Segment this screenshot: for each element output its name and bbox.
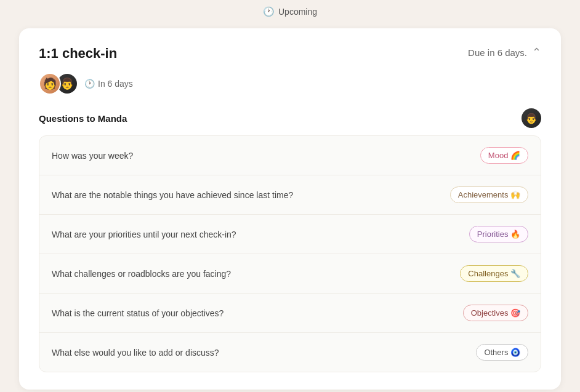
question-text: What are the notable things you have ach… [52,190,450,200]
question-row[interactable]: What are your priorities until your next… [39,215,541,254]
question-text: What challenges or roadblocks are you fa… [52,269,460,279]
checkin-card: 1:1 check-in Due in 6 days. ⌃ 🧑 👨 🕐 In 6… [19,28,561,390]
time-badge: 🕐 In 6 days [84,79,133,89]
question-tag[interactable]: Objectives 🎯 [463,305,528,321]
question-text: How was your week? [52,151,480,161]
question-row[interactable]: What is the current status of your objec… [39,294,541,333]
top-bar: 🕐 Upcoming [263,6,317,17]
question-tag[interactable]: Mood 🌈 [480,147,528,164]
section-header: Questions to Manda 👨 [39,108,541,128]
time-icon: 🕐 [84,79,95,89]
section-avatar: 👨 [522,108,541,128]
card-header: 1:1 check-in Due in 6 days. ⌃ [39,46,541,62]
status-label: Upcoming [278,7,317,17]
question-row[interactable]: What challenges or roadblocks are you fa… [39,254,541,294]
avatars: 🧑 👨 [39,73,78,95]
question-tag[interactable]: Achievements 🙌 [450,186,528,203]
question-text: What is the current status of your objec… [52,308,463,318]
question-tag[interactable]: Priorities 🔥 [469,226,528,242]
section-title: Questions to Manda [39,113,127,124]
time-label: In 6 days [98,79,133,89]
card-meta: 🧑 👨 🕐 In 6 days [39,73,541,95]
due-info: Due in 6 days. ⌃ [468,46,541,59]
avatar-user1: 🧑 [39,73,61,95]
question-text: What else would you like to add or discu… [52,348,476,358]
collapse-button[interactable]: ⌃ [532,46,541,59]
question-row[interactable]: What are the notable things you have ach… [39,175,541,215]
question-text: What are your priorities until your next… [52,230,469,239]
question-row[interactable]: How was your week?Mood 🌈 [39,136,541,175]
clock-icon: 🕐 [263,6,275,17]
card-title: 1:1 check-in [39,46,117,62]
question-tag[interactable]: Challenges 🔧 [460,265,528,282]
question-tag[interactable]: Others 🧿 [476,344,528,361]
questions-list: How was your week?Mood 🌈What are the not… [39,135,541,372]
question-row[interactable]: What else would you like to add or discu… [39,333,541,372]
due-text: Due in 6 days. [468,47,527,58]
